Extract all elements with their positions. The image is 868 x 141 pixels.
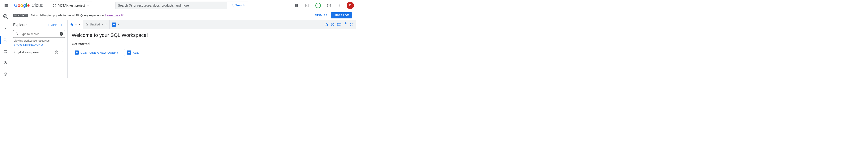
- new-tab-area: +: [110, 20, 122, 29]
- caret-down-icon[interactable]: [101, 23, 103, 26]
- star-project-button[interactable]: [55, 50, 58, 54]
- dot-icon: [5, 28, 6, 29]
- star-outline-icon: [55, 50, 58, 54]
- workspace-body: Welcome to your SQL Workspace! Get start…: [68, 29, 356, 60]
- explorer-panel: Explorer ADD ? Viewing workspace resourc…: [11, 20, 68, 78]
- expand-caret[interactable]: [13, 51, 16, 53]
- sliders-icon: [3, 49, 7, 53]
- rail-reservations[interactable]: [0, 70, 11, 78]
- explorer-viewing-note: Viewing workspace resources.: [11, 39, 67, 42]
- cloud-shell-button[interactable]: [303, 1, 311, 9]
- sandbox-banner: SANDBOX Set up billing to upgrade to the…: [11, 11, 356, 20]
- nav-menu-button[interactable]: [2, 1, 11, 10]
- search-placeholder: Search (/) for resources, docs, products…: [118, 4, 189, 7]
- rail-dot[interactable]: [0, 25, 11, 32]
- close-tab-button[interactable]: ×: [79, 23, 81, 27]
- bigquery-product-icon[interactable]: [2, 11, 8, 22]
- header-right: 1 ? D: [292, 1, 354, 9]
- plus-icon: [47, 23, 50, 27]
- project-more-button[interactable]: [60, 50, 65, 54]
- svg-point-0: [53, 4, 54, 5]
- explorer-title: Explorer: [13, 23, 45, 27]
- learn-more-link[interactable]: Learn more: [105, 14, 120, 17]
- show-starred-link[interactable]: SHOW STARRED ONLY: [11, 42, 67, 49]
- tab-home[interactable]: ×: [68, 20, 83, 29]
- explorer-search-input[interactable]: [20, 32, 58, 36]
- tab-untitled[interactable]: Untitled ×: [83, 20, 110, 29]
- home-outline-icon: [324, 23, 328, 26]
- caret-down-icon[interactable]: [75, 23, 77, 26]
- keyboard-icon: [337, 23, 341, 26]
- caret-down-icon[interactable]: [117, 23, 120, 26]
- main-column: SANDBOX Set up billing to upgrade to the…: [11, 11, 356, 78]
- dismiss-button[interactable]: DISMISS: [315, 14, 328, 17]
- svg-point-7: [339, 5, 340, 6]
- search-icon: [230, 4, 234, 7]
- notifications-button[interactable]: 1: [314, 1, 322, 9]
- caret-down-icon: [344, 25, 346, 27]
- close-tab-button[interactable]: ×: [105, 23, 107, 27]
- tabbar-right-tools: [324, 20, 356, 29]
- tab-untitled-label: Untitled: [90, 23, 100, 26]
- project-icon: [53, 4, 56, 7]
- explorer-add-button[interactable]: ADD: [47, 23, 57, 27]
- avatar-letter: D: [349, 4, 351, 7]
- summary-home-button[interactable]: [324, 23, 328, 26]
- plus-icon: +: [127, 50, 131, 54]
- fullscreen-icon: [350, 23, 353, 26]
- kebab-icon: [61, 50, 64, 54]
- caret-down-icon: [87, 4, 89, 7]
- lightbulb-icon: [344, 22, 347, 25]
- search-area: Search (/) for resources, docs, products…: [116, 2, 248, 9]
- project-name: YDTAK test project: [58, 4, 85, 7]
- rail-transfers[interactable]: [0, 48, 11, 55]
- info-button[interactable]: [331, 23, 334, 26]
- svg-point-6: [339, 4, 340, 4]
- compose-query-button[interactable]: + COMPOSE A NEW QUERY: [72, 49, 121, 56]
- collapse-explorer-button[interactable]: [59, 22, 65, 28]
- svg-point-8: [339, 6, 340, 7]
- top-header: Google Cloud YDTAK test project Search (…: [0, 0, 356, 11]
- search-button-label: Search: [235, 4, 245, 7]
- tree-project-name: ydtak-test-project: [18, 50, 40, 54]
- query-icon: [85, 23, 89, 26]
- new-tab-button[interactable]: +: [112, 23, 116, 27]
- search-icon: [3, 38, 7, 42]
- body-row: Explorer ADD ? Viewing workspace resourc…: [11, 20, 356, 78]
- svg-point-16: [62, 51, 63, 51]
- account-avatar[interactable]: D: [347, 2, 354, 9]
- google-cloud-logo[interactable]: Google Cloud: [13, 3, 45, 8]
- home-icon: [70, 23, 73, 26]
- rail-scheduled[interactable]: [0, 59, 11, 66]
- search-icon: [15, 32, 19, 36]
- tips-button[interactable]: [344, 22, 347, 27]
- search-input[interactable]: Search (/) for resources, docs, products…: [116, 2, 227, 9]
- hamburger-icon: [4, 3, 9, 8]
- svg-point-2: [53, 6, 54, 7]
- kebab-icon: [338, 3, 342, 7]
- external-link-icon: [121, 14, 124, 16]
- terminal-icon: [305, 3, 309, 7]
- shortcuts-button[interactable]: [337, 23, 341, 26]
- svg-point-1: [55, 4, 56, 5]
- svg-point-3: [55, 6, 56, 7]
- project-picker[interactable]: YDTAK test project: [50, 2, 92, 9]
- search-help-icon[interactable]: ?: [60, 32, 63, 36]
- svg-text:?: ?: [328, 4, 330, 7]
- more-button[interactable]: [336, 1, 344, 9]
- fullscreen-button[interactable]: [350, 23, 353, 26]
- apps-grid-icon: [294, 3, 298, 7]
- svg-point-12: [6, 52, 6, 52]
- rail-sql-workspace[interactable]: [0, 37, 11, 44]
- workspace-panel: × Untitled × +: [68, 20, 356, 78]
- upgrade-button[interactable]: UPGRADE: [331, 12, 352, 18]
- svg-point-17: [62, 52, 63, 52]
- explorer-search[interactable]: ?: [13, 30, 65, 38]
- left-rail: [0, 11, 11, 78]
- workspace-add-button[interactable]: + ADD: [124, 49, 142, 56]
- help-button[interactable]: ?: [325, 1, 333, 9]
- notification-count: 1: [315, 3, 321, 8]
- apps-button[interactable]: [292, 1, 300, 9]
- tree-project-row[interactable]: ydtak-test-project: [11, 49, 67, 55]
- search-button[interactable]: Search: [227, 2, 248, 9]
